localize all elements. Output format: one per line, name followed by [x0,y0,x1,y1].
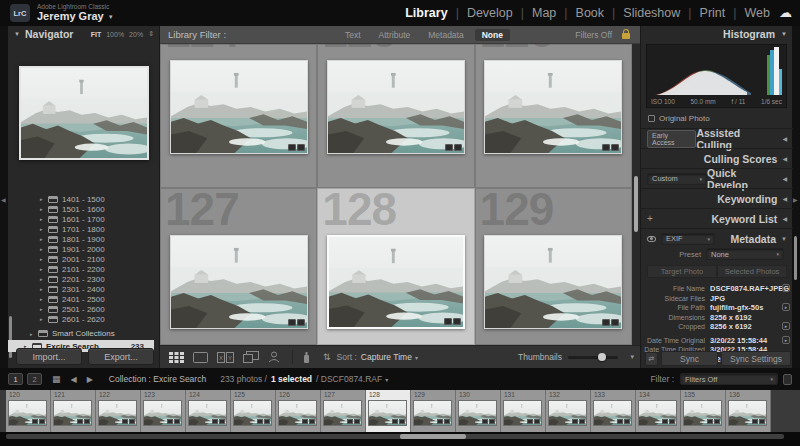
crop-badge-icon[interactable] [122,419,128,424]
crop-badge-icon[interactable] [602,144,610,151]
filmstrip-thumbnail[interactable] [683,400,722,426]
collection-badge-icon[interactable] [669,419,675,424]
filter-lock-icon[interactable] [622,33,630,39]
metadata-field-value[interactable]: 8256 x 6192 [710,322,752,331]
collection-badge-icon[interactable] [264,419,270,424]
filmstrip-cell[interactable]: 130 [456,390,501,432]
crop-badge-icon[interactable] [32,419,38,424]
grid-cell[interactable]: 129 [475,188,632,345]
expand-arrow-icon[interactable]: ▸ [40,216,48,222]
saved-preset-dropdown[interactable]: Custom▾ [647,173,707,185]
keywording-section[interactable]: Keywording ◀ [641,188,793,208]
metadata-view-eye-icon[interactable] [647,236,656,242]
crop-badge-icon[interactable] [167,419,173,424]
section-expand-icon[interactable]: ◀ [782,135,787,142]
collection-badge-icon[interactable] [624,419,630,424]
module-tab[interactable]: Book [556,6,604,20]
collection-row[interactable]: ▸ 2201 - 2300 [22,274,160,284]
sync-button[interactable]: Sync [661,351,718,366]
crop-badge-icon[interactable] [257,419,263,424]
metadata-field-value[interactable]: DSCF0874.RAF+JPEG [710,284,789,293]
filmstrip-thumbnail[interactable] [458,400,497,426]
thumbnails-slider-knob[interactable] [598,353,606,361]
filmstrip-thumbnail[interactable] [188,400,227,426]
filmstrip-thumbnail[interactable] [593,400,632,426]
collection-row[interactable]: ▸ 2401 - 2500 [22,294,160,304]
right-panel-edge[interactable]: ▶ [792,26,800,368]
smart-collections-row[interactable]: ▸ Smart Collections [22,328,160,339]
collection-row[interactable]: ▸ 1801 - 1900 [22,234,160,244]
target-photo-button[interactable]: Target Photo [647,265,717,278]
filter-state-label[interactable]: Filters Off [575,30,612,40]
grid-cell[interactable]: 126 [475,44,632,188]
collapse-left-icon[interactable]: ◀ [1,196,6,203]
filmstrip-cell[interactable]: 125 [231,390,276,432]
expand-arrow-icon[interactable]: ▸ [40,266,48,272]
expand-arrow-icon[interactable]: ▸ [40,276,48,282]
sort-direction-icon[interactable]: ⇅ [323,352,331,362]
expand-arrow-icon[interactable]: ▸ [40,286,48,292]
collection-badge-icon[interactable] [444,419,450,424]
painter-tool-icon[interactable] [302,351,311,364]
collection-row[interactable]: ▸ 2301 - 2400 [22,284,160,294]
navigator-header[interactable]: ▼ Navigator FIT 100% 20% ⇕ [8,26,160,42]
crop-badge-icon[interactable] [445,144,453,151]
metadata-field-value[interactable]: JPG [710,294,725,303]
survey-view-icon[interactable] [243,351,259,363]
crop-badge-icon[interactable] [392,419,398,424]
filter-switch-icon[interactable] [783,374,792,385]
expand-arrow-icon[interactable]: ▸ [40,306,48,312]
keyword-list-section[interactable]: + Keyword List ◀ [641,208,793,228]
toolbar-options-icon[interactable]: ▾ [630,353,634,361]
section-expand-icon[interactable]: ◀ [782,175,787,182]
expand-arrow-icon[interactable]: ▸ [40,316,48,322]
preset-dropdown[interactable]: None▾ [706,248,784,260]
crop-badge-icon[interactable] [302,419,308,424]
zoom-20-option[interactable]: 20% [129,31,143,38]
collection-badge-icon[interactable] [297,319,305,326]
collection-row[interactable]: ▸ 2001 - 2100 [22,254,160,264]
collection-row[interactable]: ▸ 1401 - 1500 [22,194,160,204]
histogram-collapse-icon[interactable]: ▼ [781,31,787,37]
module-tab[interactable]: Print [680,6,725,20]
crop-badge-icon[interactable] [617,419,623,424]
metadata-action-icon[interactable]: ▸ [782,284,790,292]
filmstrip-thumbnail[interactable] [8,400,47,426]
collection-badge-icon[interactable] [309,419,315,424]
expand-arrow-icon[interactable]: ▸ [40,196,48,202]
crop-badge-icon[interactable] [602,319,610,326]
metadata-view-dropdown[interactable]: EXIF▾ [661,233,715,245]
culling-scores-section[interactable]: Culling Scores ◀ [641,148,793,168]
photo-thumbnail[interactable] [327,235,465,329]
main-window-button[interactable]: 1 [8,373,23,385]
sort-value[interactable]: Capture Time [361,352,412,362]
crop-badge-icon[interactable] [662,419,668,424]
collection-badge-icon[interactable] [611,144,619,151]
collection-row[interactable]: ▸ 1701 - 1800 [22,224,160,234]
filmstrip-thumbnail[interactable] [143,400,182,426]
filmstrip-cell[interactable]: 133 [591,390,636,432]
photo-thumbnail[interactable] [484,235,622,329]
collection-badge-icon[interactable] [611,319,619,326]
grid-scrollbar[interactable] [632,44,640,345]
filmstrip-thumbnail[interactable] [368,400,407,426]
filmstrip-cell[interactable]: 131 [501,390,546,432]
expand-arrow-icon[interactable]: ▸ [40,206,48,212]
metadata-field-value[interactable]: fujifilm-gfx-50s [710,303,763,312]
module-tab[interactable]: Web [725,6,770,20]
filmstrip-cell[interactable]: 136 [726,390,771,432]
filmstrip-cell[interactable]: 126 [276,390,321,432]
module-tab[interactable]: Library [405,6,447,20]
filter-mode-button[interactable]: Text [338,29,368,41]
metadata-field-value[interactable]: 3/20/22 15:58:44 [710,336,767,345]
assisted-culling-section[interactable]: Early Access Assisted Culling ◀ [641,128,793,148]
filmstrip-cell[interactable]: 120 [6,390,51,432]
filmstrip-cell[interactable]: 134 [636,390,681,432]
filter-mode-button[interactable]: Attribute [372,29,418,41]
section-collapse-icon[interactable]: ▼ [781,236,787,242]
section-expand-icon[interactable]: ◀ [782,195,787,202]
identity-plate[interactable]: Jeremy Gray▼ [37,10,114,22]
go-forward-icon[interactable]: ▶ [87,375,93,384]
grid-view-shortcut-icon[interactable]: ▦ [52,374,61,384]
expand-arrow-icon[interactable]: ▸ [40,296,48,302]
